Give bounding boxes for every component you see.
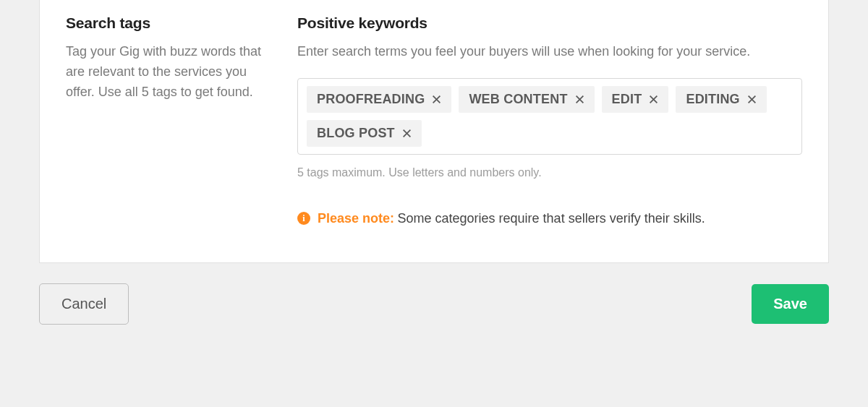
close-icon[interactable] xyxy=(649,95,658,104)
close-icon[interactable] xyxy=(747,95,757,104)
close-icon[interactable] xyxy=(402,129,412,138)
content-row: Search tags Tag your Gig with buzz words… xyxy=(66,14,802,226)
please-note-text: Some categories require that sellers ver… xyxy=(398,211,705,226)
tag-chip: PROOFREADING xyxy=(307,86,451,113)
close-icon[interactable] xyxy=(575,95,584,104)
tag-label: EDITING xyxy=(686,92,739,107)
tag-chip: WEB CONTENT xyxy=(459,86,594,113)
cancel-button[interactable]: Cancel xyxy=(39,283,129,325)
please-note-label: Please note: xyxy=(318,211,394,226)
search-tags-title: Search tags xyxy=(66,14,268,32)
tag-label: WEB CONTENT xyxy=(469,92,567,107)
search-tags-desc: Tag your Gig with buzz words that are re… xyxy=(66,42,268,103)
please-note-row: i Please note: Some categories require t… xyxy=(297,211,802,226)
tag-chip: EDIT xyxy=(602,86,669,113)
form-footer: Cancel Save xyxy=(39,283,829,325)
save-button[interactable]: Save xyxy=(752,284,829,324)
positive-keywords-desc: Enter search terms you feel your buyers … xyxy=(297,42,802,62)
tag-label: PROOFREADING xyxy=(317,92,425,107)
positive-keywords-section: Positive keywords Enter search terms you… xyxy=(297,14,802,226)
close-icon[interactable] xyxy=(432,95,441,104)
tag-label: EDIT xyxy=(612,92,642,107)
positive-keywords-title: Positive keywords xyxy=(297,14,802,32)
info-icon: i xyxy=(297,212,310,225)
form-card: Search tags Tag your Gig with buzz words… xyxy=(39,0,829,263)
tag-label: BLOG POST xyxy=(317,126,395,141)
tag-chip: EDITING xyxy=(676,86,766,113)
tag-chip: BLOG POST xyxy=(307,120,422,147)
tags-hint: 5 tags maximum. Use letters and numbers … xyxy=(297,166,802,179)
tags-input-box[interactable]: PROOFREADINGWEB CONTENTEDITEDITINGBLOG P… xyxy=(297,78,802,155)
search-tags-sidebar: Search tags Tag your Gig with buzz words… xyxy=(66,14,268,226)
